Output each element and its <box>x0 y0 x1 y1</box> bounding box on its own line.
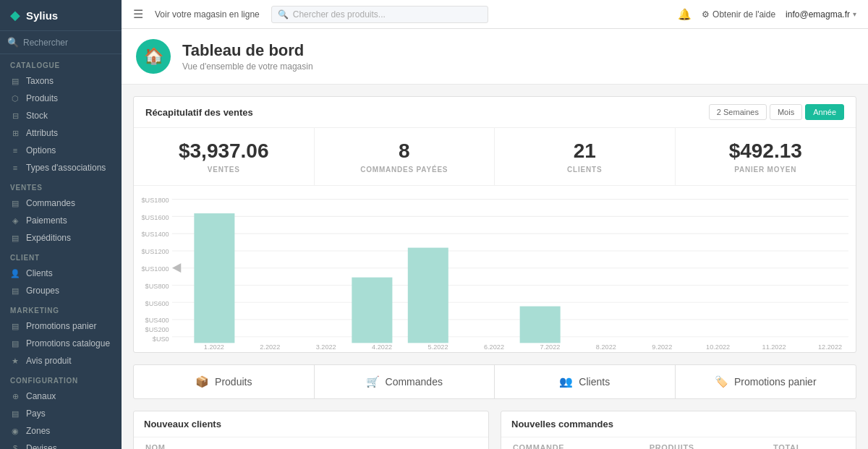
period-btn-2weeks[interactable]: 2 Semaines <box>709 104 767 120</box>
sidebar-sections: CATALOGUE▤Taxons⬡Produits⊟Stock⊞Attribut… <box>0 54 122 449</box>
sidebar-item-promotions-panier[interactable]: ▤Promotions panier <box>0 317 122 335</box>
page-subtitle: Vue d'ensemble de votre magasin <box>182 61 313 72</box>
sidebar-item-label: Promotions catalogue <box>26 338 110 348</box>
svg-text:$US1000: $US1000 <box>142 265 169 273</box>
sidebar-item-icon: ▤ <box>10 234 20 243</box>
content-area: 🏠 Tableau de bord Vue d'ensemble de votr… <box>122 29 868 449</box>
sidebar-item-pays[interactable]: ▤Pays <box>0 405 122 422</box>
sidebar-item-zones[interactable]: ◉Zones <box>0 422 122 440</box>
sidebar-item-icon: 👤 <box>10 269 20 278</box>
sidebar-item-label: Options <box>26 145 56 155</box>
sidebar-item-label: Paiements <box>26 215 67 226</box>
sidebar-item-icon: ▤ <box>10 409 20 419</box>
stat-panier-label: PANIER MOYEN <box>687 166 845 174</box>
main-area: ☰ Voir votre magasin en ligne 🔍 🔔 ⚙ Obte… <box>122 0 868 449</box>
sidebar-item-label: Expéditions <box>26 233 71 243</box>
products-icon: 📦 <box>195 375 209 388</box>
period-btn-month[interactable]: Mois <box>770 104 802 120</box>
sidebar-item-avis-produit[interactable]: ★Avis produit <box>0 352 122 369</box>
svg-text:12.2022: 12.2022 <box>818 343 842 349</box>
sidebar-item-icon: ≡ <box>10 163 20 172</box>
sidebar-item-promotions-catalogue[interactable]: ▤Promotions catalogue <box>0 335 122 352</box>
bar-jun <box>520 307 561 343</box>
svg-text:8.2022: 8.2022 <box>596 343 616 349</box>
sidebar-search-input[interactable] <box>23 38 114 48</box>
svg-text:$US1800: $US1800 <box>142 196 169 204</box>
clients-icon: 👥 <box>559 375 573 388</box>
sidebar-item-icon: ▤ <box>10 339 20 348</box>
svg-text:◀: ◀ <box>172 260 182 275</box>
sidebar-item-types-d'associations[interactable]: ≡Types d'associations <box>0 159 122 176</box>
new-orders-title: Nouvelles commandes <box>501 411 856 437</box>
stat-ventes-value: $3,937.06 <box>145 140 302 163</box>
sidebar-item-groupes[interactable]: ▤Groupes <box>0 282 122 299</box>
bar-apr <box>408 248 448 343</box>
tab-orders[interactable]: 🛒 Commandes <box>315 365 495 398</box>
sales-title: Récapitulatif des ventes <box>145 107 253 118</box>
sidebar-header: ◆ Sylius <box>0 0 122 31</box>
sidebar-item-label: Zones <box>26 426 50 436</box>
bottom-tabs: 📦 Produits 🛒 Commandes 👥 Clients 🏷️ Prom… <box>133 364 856 399</box>
chart-container: $US1800 $US1600 $US1400 $US1200 $US1000 … <box>134 186 856 352</box>
sidebar-item-icon: $ <box>10 444 20 449</box>
svg-text:$US200: $US200 <box>145 325 169 333</box>
sales-header: Récapitulatif des ventes 2 Semaines Mois… <box>134 97 856 128</box>
orders-icon: 🛒 <box>366 375 380 388</box>
sidebar-item-canaux[interactable]: ⊕Canaux <box>0 388 122 405</box>
sidebar-section-label: CLIENT <box>0 247 122 265</box>
sidebar-item-icon: ≡ <box>10 146 20 155</box>
sidebar-item-options[interactable]: ≡Options <box>0 142 122 159</box>
sidebar-item-label: Promotions panier <box>26 321 96 331</box>
sidebar-item-taxons[interactable]: ▤Taxons <box>0 72 122 90</box>
tab-products-label: Produits <box>215 376 252 388</box>
svg-text:2.2022: 2.2022 <box>260 343 280 349</box>
stat-commandes-value: 8 <box>326 140 483 163</box>
topbar-right: 🔔 ⚙ Obtenir de l'aide info@emagma.fr ▾ <box>678 8 856 21</box>
sidebar-item-paiements[interactable]: ◈Paiements <box>0 212 122 229</box>
sidebar-item-commandes[interactable]: ▤Commandes <box>0 194 122 212</box>
sidebar-item-expéditions[interactable]: ▤Expéditions <box>0 229 122 247</box>
svg-text:1.2022: 1.2022 <box>204 343 224 349</box>
sidebar-item-icon: ⊟ <box>10 111 20 121</box>
sidebar-item-label: Types d'associations <box>26 163 106 173</box>
stat-clients: 21 CLIENTS <box>495 128 676 185</box>
col-commande: Commande <box>503 439 638 449</box>
gear-icon: ⚙ <box>702 9 710 20</box>
tab-promotions[interactable]: 🏷️ Promotions panier <box>676 365 856 398</box>
user-menu[interactable]: info@emagma.fr ▾ <box>786 9 856 20</box>
stat-commandes: 8 COMMANDES PAYÉES <box>315 128 495 185</box>
sidebar-item-produits[interactable]: ⬡Produits <box>0 90 122 107</box>
tab-orders-label: Commandes <box>386 376 443 388</box>
page-header-icon: 🏠 <box>136 39 171 74</box>
store-link[interactable]: Voir votre magasin en ligne <box>155 9 260 20</box>
sidebar-item-stock[interactable]: ⊟Stock <box>0 107 122 124</box>
sidebar-item-label: Avis produit <box>26 356 71 366</box>
svg-text:6.2022: 6.2022 <box>484 343 504 349</box>
col-produits: Produits <box>639 439 762 449</box>
svg-text:$US600: $US600 <box>145 299 169 307</box>
new-orders-card: Nouvelles commandes Commande Produits To… <box>501 411 856 449</box>
sidebar-section-label: CATALOGUE <box>0 54 122 72</box>
sidebar-item-label: Groupes <box>26 286 59 296</box>
sidebar-search-container[interactable]: 🔍 <box>0 31 122 54</box>
stat-clients-value: 21 <box>506 140 663 163</box>
topbar-search-container[interactable]: 🔍 <box>271 6 488 23</box>
topbar-search-input[interactable] <box>293 9 482 20</box>
stat-ventes: $3,937.06 VENTES <box>134 128 315 185</box>
period-btn-year[interactable]: Année <box>805 104 844 120</box>
page-header-text: Tableau de bord Vue d'ensemble de votre … <box>182 41 313 72</box>
hamburger-icon[interactable]: ☰ <box>133 7 143 21</box>
tab-clients[interactable]: 👥 Clients <box>495 365 676 398</box>
sidebar-item-attributs[interactable]: ⊞Attributs <box>0 124 122 142</box>
sidebar-item-clients[interactable]: 👤Clients <box>0 265 122 282</box>
bell-icon[interactable]: 🔔 <box>678 8 692 21</box>
sidebar-item-icon: ◉ <box>10 427 20 436</box>
help-link[interactable]: ⚙ Obtenir de l'aide <box>702 9 775 20</box>
sidebar-item-icon: ▤ <box>10 199 20 208</box>
sidebar-item-label: Devises <box>26 443 57 449</box>
sidebar-item-devises[interactable]: $Devises <box>0 440 122 449</box>
tab-products[interactable]: 📦 Produits <box>134 365 315 398</box>
col-nom: Nom <box>135 439 487 449</box>
stat-clients-label: CLIENTS <box>506 166 663 174</box>
topbar: ☰ Voir votre magasin en ligne 🔍 🔔 ⚙ Obte… <box>122 0 868 29</box>
